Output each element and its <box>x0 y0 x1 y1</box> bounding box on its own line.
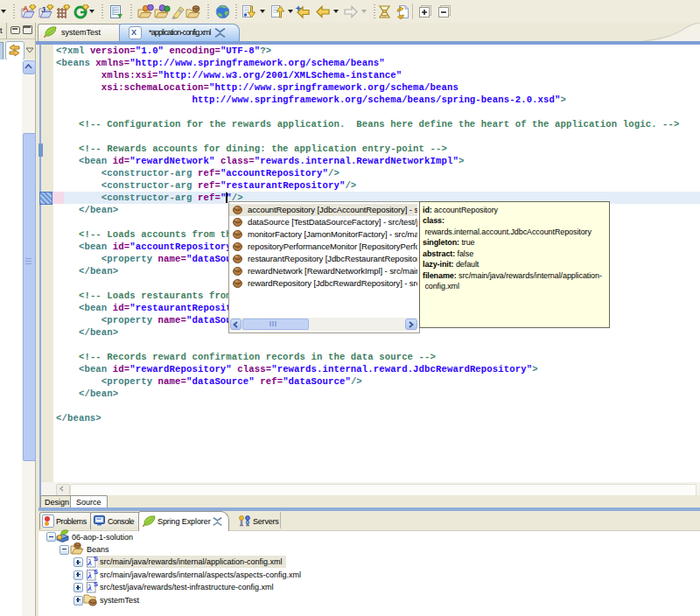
svg-text:λ: λ <box>87 583 92 592</box>
svg-text:J: J <box>41 5 46 14</box>
svg-text:λ: λ <box>87 557 92 567</box>
svg-text:S: S <box>94 568 98 576</box>
svg-text:S: S <box>94 580 98 588</box>
svg-text:A: A <box>23 4 29 13</box>
svg-text:S: S <box>94 555 98 563</box>
svg-text:λ: λ <box>87 570 92 580</box>
